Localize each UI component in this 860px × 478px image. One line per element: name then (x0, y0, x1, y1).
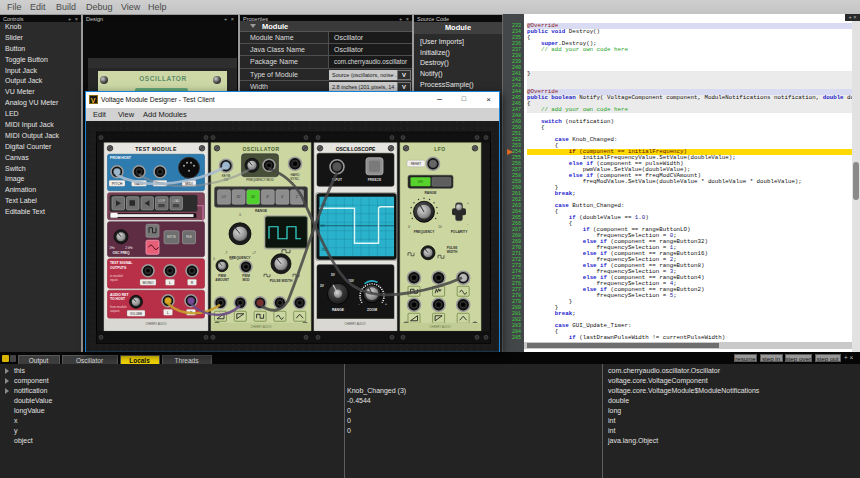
svg-text:LO: LO (222, 195, 227, 199)
svg-text:+7: +7 (252, 250, 256, 254)
svg-text:MONO: MONO (143, 280, 154, 284)
svg-text:TO HOST: TO HOST (110, 297, 126, 301)
svg-text:PITCH: PITCH (112, 181, 123, 185)
svg-text:PULSE: PULSE (447, 245, 458, 249)
svg-text:LFO: LFO (418, 180, 423, 184)
svg-text:SYNC.: SYNC. (290, 176, 300, 180)
svg-text:2 kHz: 2 kHz (125, 246, 133, 250)
svg-text:10: 10 (438, 224, 442, 228)
svg-text:OSCILLOSCOPE: OSCILLOSCOPE (336, 146, 376, 152)
svg-text:L: L (167, 310, 169, 314)
svg-text:L: L (169, 280, 171, 284)
svg-text:LOAD: LOAD (172, 199, 179, 203)
svg-text:RESET: RESET (411, 162, 422, 166)
svg-text:1Hz: 1Hz (109, 246, 115, 250)
svg-text:OSC FREQ: OSC FREQ (112, 250, 130, 254)
svg-text:-7: -7 (225, 250, 228, 254)
svg-text:FREQUENCY: FREQUENCY (414, 229, 435, 233)
svg-text:AMOUNT: AMOUNT (215, 278, 229, 282)
svg-text:CHERRY AUDIO: CHERRY AUDIO (429, 325, 451, 329)
svg-text:+: + (467, 200, 469, 204)
svg-text:AUDIO RET: AUDIO RET (110, 292, 130, 296)
svg-text:RANGE: RANGE (332, 308, 345, 312)
svg-text:WIDTH: WIDTH (447, 250, 458, 254)
svg-text:TEST SIGNAL: TEST SIGNAL (110, 261, 132, 265)
svg-text:FILE: FILE (186, 235, 192, 239)
svg-text:CHERRY AUDIO: CHERRY AUDIO (344, 322, 366, 326)
svg-text:10: 10 (229, 257, 233, 261)
svg-text:POLARITY: POLARITY (451, 229, 468, 233)
svg-text:4': 4' (281, 195, 284, 199)
svg-text:32': 32' (236, 195, 241, 199)
svg-text:16': 16' (251, 195, 256, 199)
svg-text:FREQUENCY MOD: FREQUENCY MOD (246, 177, 274, 181)
svg-text:TEST MODULE: TEST MODULE (135, 146, 177, 152)
svg-text:2': 2' (296, 195, 299, 199)
svg-text:FREQUENCY: FREQUENCY (229, 255, 251, 259)
svg-text:PULSE WIDTH: PULSE WIDTH (270, 278, 293, 282)
svg-text:OSCILLATOR: OSCILLATOR (242, 146, 279, 152)
svg-text:0V: 0V (321, 224, 326, 228)
svg-text:FROM HOST: FROM HOST (110, 156, 132, 160)
svg-text:ZOOM: ZOOM (367, 308, 377, 312)
svg-text:inputs: inputs (110, 277, 119, 281)
svg-text:RANGE: RANGE (424, 191, 437, 195)
svg-text:LFO: LFO (434, 146, 446, 152)
svg-text:LOOP: LOOP (158, 199, 165, 203)
svg-text:OUTPUTS: OUTPUTS (110, 265, 127, 269)
svg-text:CHERRY AUDIO: CHERRY AUDIO (145, 322, 167, 326)
svg-text:8': 8' (267, 195, 270, 199)
svg-text:outputs: outputs (110, 308, 120, 312)
svg-text:VOLUME: VOLUME (130, 311, 142, 315)
svg-text:FREEZE: FREEZE (368, 178, 382, 182)
svg-text:RANGE: RANGE (255, 208, 268, 212)
svg-text:CHERRY AUDIO: CHERRY AUDIO (250, 325, 272, 329)
svg-text:MOD: MOD (242, 278, 250, 282)
svg-text:EXT IN: EXT IN (167, 235, 176, 239)
